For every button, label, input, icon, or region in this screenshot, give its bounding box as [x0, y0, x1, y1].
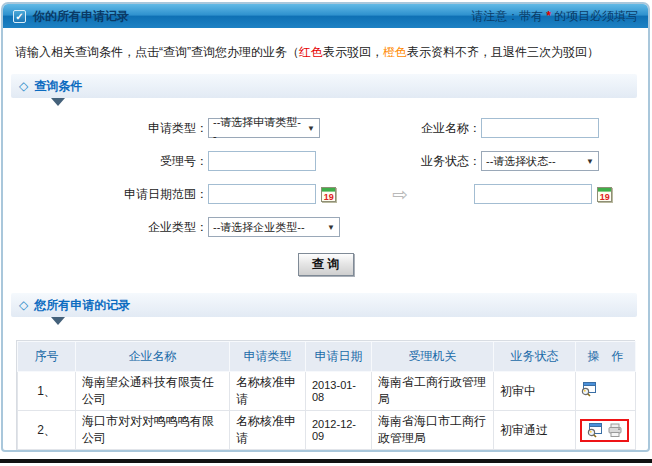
company-name-input[interactable]	[481, 118, 599, 138]
table-row: 1、 海南望众通科技有限责任公司 名称核准申请 2013-01-08 海南省工商…	[18, 372, 636, 411]
form-row-4: 企业类型： --请选择企业类型--	[13, 216, 638, 238]
intro-text: 请输入相关查询条件，点击“查询”查询您办理的业务（红色表示驳回，橙色表示资料不齐…	[15, 44, 638, 61]
section-pointer-icon	[51, 317, 65, 325]
view-detail-icon[interactable]	[586, 423, 602, 438]
biz-status-label: 业务状态：	[316, 153, 481, 170]
accept-no-label: 受理号：	[13, 153, 208, 170]
col-header-org: 受理机关	[372, 342, 494, 372]
diamond-icon: ◇	[19, 298, 28, 312]
date-range-label: 申请日期范围：	[13, 186, 208, 203]
calendar-from-icon[interactable]: 19	[321, 187, 336, 202]
checkbox-icon: ✓	[13, 10, 26, 23]
date-range-arrow-icon: ⇨	[392, 185, 408, 204]
search-button[interactable]: 查 询	[298, 253, 354, 276]
apply-type-selected: --请选择申请类型--	[213, 115, 303, 142]
page: ✓ 你的所有申请记录 请注意：带有*的项目必须填写 请输入相关查询条件，点击“查…	[0, 0, 652, 466]
row-company: 海口市对对对鸣鸣鸣有限公司	[76, 411, 230, 450]
accept-no-input[interactable]	[208, 151, 316, 171]
query-section-header: ◇ 查询条件	[11, 74, 637, 98]
col-header-type: 申请类型	[230, 342, 306, 372]
company-name-label: 企业名称：	[320, 120, 481, 137]
row-company: 海南望众通科技有限责任公司	[76, 372, 230, 411]
title-bar: ✓ 你的所有申请记录 请注意：带有*的项目必须填写	[3, 4, 648, 28]
button-row: 查 询	[13, 253, 638, 276]
records-table: 序号 企业名称 申请类型 申请日期 受理机关 业务状态 操 作 1、 海南望众通	[17, 341, 636, 450]
required-asterisk: *	[546, 9, 551, 23]
row-type: 名称核准申请	[230, 411, 306, 450]
note-prefix: 请注意：带有	[471, 9, 543, 23]
date-to-input[interactable]	[474, 184, 592, 204]
title-group: ✓ 你的所有申请记录	[13, 8, 129, 25]
print-icon[interactable]	[607, 423, 623, 438]
records-section-header: ◇ 您所有申请的记录	[11, 293, 637, 317]
intro-part2: 表示驳回，	[323, 45, 383, 59]
company-type-selected: --请选择企业类型--	[213, 220, 305, 235]
calendar-to-icon[interactable]: 19	[597, 187, 612, 202]
row-operations	[576, 372, 636, 411]
intro-red-label: 红色	[299, 45, 323, 59]
row-status: 初审中	[494, 372, 576, 411]
row-no: 2、	[18, 411, 76, 450]
window-bottom-edge	[0, 459, 652, 463]
required-note: 请注意：带有*的项目必须填写	[471, 8, 638, 25]
col-header-date: 申请日期	[306, 342, 372, 372]
section-pointer-icon	[51, 98, 65, 106]
row-status: 初审通过	[494, 411, 576, 450]
svg-text:19: 19	[324, 191, 334, 201]
row-type: 名称核准申请	[230, 372, 306, 411]
row-no: 1、	[18, 372, 76, 411]
company-type-label: 企业类型：	[13, 219, 208, 236]
date-from-input[interactable]	[208, 184, 316, 204]
col-header-status: 业务状态	[494, 342, 576, 372]
intro-part3: 表示资料不齐，且退件三次为驳回）	[407, 45, 599, 59]
note-suffix: 的项目必须填写	[554, 9, 638, 23]
form-row-2: 受理号： 业务状态： --请选择状态--	[13, 150, 638, 172]
col-header-company: 企业名称	[76, 342, 230, 372]
query-form: 申请类型： --请选择申请类型-- 企业名称： 受理号： 业务状态： --请选择…	[13, 117, 638, 238]
company-type-select[interactable]: --请选择企业类型--	[208, 217, 340, 237]
content-area: 请输入相关查询条件，点击“查询”查询您办理的业务（红色表示驳回，橙色表示资料不齐…	[3, 44, 648, 452]
apply-type-select[interactable]: --请选择申请类型--	[208, 118, 320, 138]
biz-status-select[interactable]: --请选择状态--	[481, 151, 599, 171]
biz-status-selected: --请选择状态--	[486, 154, 556, 169]
highlight-box	[580, 419, 629, 442]
svg-text:19: 19	[600, 191, 610, 201]
form-row-3: 申请日期范围： 19 ⇨	[13, 183, 638, 205]
intro-orange-label: 橙色	[383, 45, 407, 59]
form-row-1: 申请类型： --请选择申请类型-- 企业名称：	[13, 117, 638, 139]
row-operations	[576, 411, 636, 450]
main-panel: ✓ 你的所有申请记录 请注意：带有*的项目必须填写 请输入相关查询条件，点击“查…	[1, 2, 650, 452]
query-section-title: 查询条件	[34, 78, 82, 95]
table-header-row: 序号 企业名称 申请类型 申请日期 受理机关 业务状态 操 作	[18, 342, 636, 372]
intro-part1: 请输入相关查询条件，点击“查询”查询您办理的业务（	[15, 45, 299, 59]
col-header-ops: 操 作	[576, 342, 636, 372]
page-title: 你的所有申请记录	[33, 8, 129, 25]
row-org: 海南省海口市工商行政管理局	[372, 411, 494, 450]
table-row: 2、 海口市对对对鸣鸣鸣有限公司 名称核准申请 2012-12-09 海南省海口…	[18, 411, 636, 450]
records-section-title: 您所有申请的记录	[34, 297, 130, 314]
row-org: 海南省工商行政管理局	[372, 372, 494, 411]
view-detail-icon[interactable]	[580, 382, 596, 397]
row-date: 2013-01-08	[306, 372, 372, 411]
diamond-icon: ◇	[19, 79, 28, 93]
col-header-no: 序号	[18, 342, 76, 372]
records-table-container: 序号 企业名称 申请类型 申请日期 受理机关 业务状态 操 作 1、 海南望众通	[16, 340, 635, 452]
apply-type-label: 申请类型：	[13, 120, 208, 137]
row-date: 2012-12-09	[306, 411, 372, 450]
